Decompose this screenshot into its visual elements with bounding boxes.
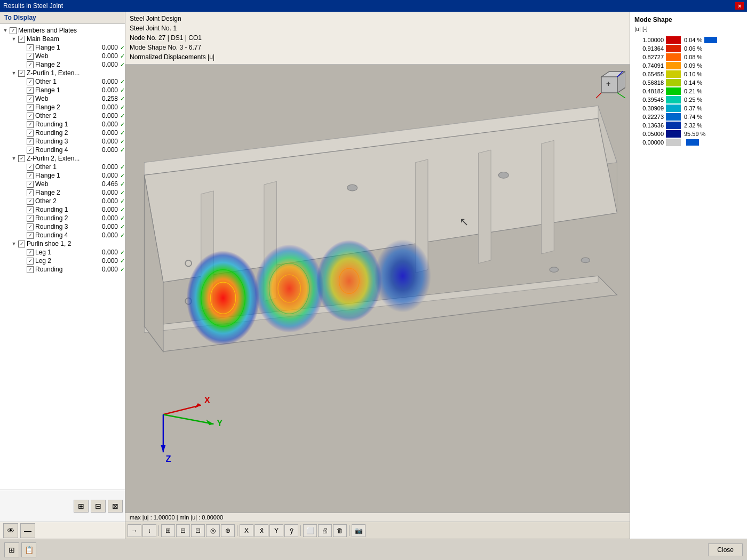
view-btn-7[interactable]: ⊕ [221,524,235,537]
render-btn-1[interactable]: ⬜ [303,524,317,537]
bottom-icon-2[interactable]: 📋 [21,542,36,557]
tree-label-members-plates: Members and Plates [18,27,125,34]
main-container: To Display ▼Members and Plates▼Main Beam… [0,12,747,539]
tree-item-other2-zp2[interactable]: Other 20.000✓ [0,197,125,205]
view-btn-4[interactable]: ⊟ [176,524,190,537]
tree-item-rounding1-zp2[interactable]: Rounding 10.000✓ [0,205,125,214]
tree-item-web-zp1[interactable]: Web0.258✓ [0,94,125,103]
checkbox-other1-zp2[interactable] [27,164,34,171]
tree-item-rounding4-zp2[interactable]: Rounding 40.000✓ [0,231,125,239]
checkbox-zpurlin2[interactable] [18,155,25,162]
tree-item-purlin-shoe[interactable]: ▼Purlin shoe 1, 2 [0,239,125,248]
tree-item-flange1-zp1[interactable]: Flange 10.000✓ [0,86,125,94]
close-button[interactable]: Close [708,543,743,556]
axis-yn-btn[interactable]: ȳ [284,524,298,537]
tree-item-rounding2-zp1[interactable]: Rounding 20.000✓ [0,129,125,137]
axis-xn-btn[interactable]: x̄ [255,524,268,537]
tree-item-rounding3-zp1[interactable]: Rounding 30.000✓ [0,137,125,146]
check-mark-rounding3-zp1: ✓ [120,138,125,145]
checkbox-rounding4-zp2[interactable] [27,232,34,239]
checkbox-flange2-zp1[interactable] [27,104,34,111]
checkbox-other1-zp1[interactable] [27,78,34,85]
tree-value-web-mb: 0.000 [97,52,118,60]
checkbox-rounding1-zp1[interactable] [27,121,34,128]
info-line-4: Mode Shape No. 3 - 6.77 [130,43,625,52]
checkbox-main-beam[interactable] [18,36,25,43]
tree-item-flange1-zp2[interactable]: Flange 10.000✓ [0,171,125,180]
checkbox-other2-zp1[interactable] [27,113,34,119]
tree-item-other2-zp1[interactable]: Other 20.000✓ [0,111,125,120]
tree-item-rounding4-zp1[interactable]: Rounding 40.000✓ [0,146,125,154]
checkbox-rounding3-zp1[interactable] [27,138,34,145]
tree-item-leg2-ps[interactable]: Leg 20.000✓ [0,257,125,265]
checkbox-rounding2-zp2[interactable] [27,215,34,222]
tree-item-other1-zp2[interactable]: Other 10.000✓ [0,163,125,171]
expand-icon[interactable]: ▼ [2,27,9,34]
tree-item-members-plates[interactable]: ▼Members and Plates [0,26,125,35]
checkbox-rounding3-zp2[interactable] [27,223,34,230]
axis-y-btn[interactable]: Y [269,524,283,537]
view-btn-2[interactable]: ↓ [142,524,156,537]
tree-item-rounding3-zp2[interactable]: Rounding 30.000✓ [0,222,125,231]
bottom-icon-1[interactable]: ⊞ [4,542,19,557]
expand-icon[interactable]: ▼ [11,155,17,162]
view-btn-3[interactable]: ⊞ [161,524,175,537]
reset-button[interactable]: ⊠ [108,500,123,513]
legend-bar-12 [686,139,699,146]
checkbox-web-zp1[interactable] [27,95,34,102]
collapse-all-button[interactable]: ⊟ [91,500,106,513]
check-mark-flange2-zp2: ✓ [120,189,125,196]
checkbox-purlin-shoe[interactable] [18,241,25,247]
tree-item-web-mb[interactable]: Web0.000✓ [0,52,125,60]
checkbox-rounding2-zp1[interactable] [27,130,34,137]
tree-container[interactable]: ▼Members and Plates▼Main BeamFlange 10.0… [0,24,125,490]
legend-row-5: 0.56818 0.14 % [634,79,743,86]
checkbox-rounding4-zp1[interactable] [27,147,34,154]
expand-icon[interactable]: ▼ [11,36,17,42]
expand-icon[interactable]: ▼ [11,70,17,76]
tree-item-web-zp2[interactable]: Web0.466✓ [0,180,125,188]
tree-item-flange1-mb[interactable]: Flange 10.000✓ [0,43,125,52]
checkbox-members-plates[interactable] [10,27,17,34]
view-btn-5[interactable]: ⊡ [191,524,205,537]
checkbox-flange2-mb[interactable] [27,61,34,68]
checkbox-flange1-zp2[interactable] [27,172,34,179]
checkbox-other2-zp2[interactable] [27,198,34,205]
legend-color-7 [666,96,681,103]
title-bar: Results in Steel Joint ✕ [0,0,747,12]
checkbox-rounding1-zp2[interactable] [27,206,34,213]
expand-all-button[interactable]: ⊞ [74,500,89,513]
window-close-button[interactable]: ✕ [735,2,744,10]
expand-icon[interactable]: ▼ [11,241,17,247]
checkbox-web-zp2[interactable] [27,181,34,188]
bottom-bar: ⊞ 📋 Close [0,539,747,560]
visibility-icon[interactable]: 👁 [3,523,18,538]
checkbox-web-mb[interactable] [27,53,34,60]
tree-item-leg1-ps[interactable]: Leg 10.000✓ [0,248,125,257]
checkbox-flange1-mb[interactable] [27,44,34,51]
axis-x-btn[interactable]: X [240,524,253,537]
checkbox-rounding-ps[interactable] [27,266,34,273]
tree-item-flange2-zp2[interactable]: Flange 20.000✓ [0,188,125,197]
screenshot-btn[interactable]: 📷 [352,524,365,537]
tree-item-flange2-zp1[interactable]: Flange 20.000✓ [0,103,125,111]
tree-item-other1-zp1[interactable]: Other 10.000✓ [0,77,125,86]
tree-item-flange2-mb[interactable]: Flange 20.000✓ [0,60,125,69]
cube-orientation-widget[interactable]: + [593,69,625,101]
checkbox-leg2-ps[interactable] [27,258,34,265]
checkbox-leg1-ps[interactable] [27,249,34,256]
render-btn-2[interactable]: 🖨 [318,524,332,537]
checkbox-flange1-zp1[interactable] [27,87,34,94]
tree-item-zpurlin2[interactable]: ▼Z-Purlin 2, Exten... [0,154,125,163]
checkbox-zpurlin1[interactable] [18,70,25,77]
tree-item-zpurlin1[interactable]: ▼Z-Purlin 1, Exten... [0,69,125,77]
tree-item-rounding2-zp2[interactable]: Rounding 20.000✓ [0,214,125,222]
tree-item-main-beam[interactable]: ▼Main Beam [0,35,125,43]
view-btn-6[interactable]: ◎ [206,524,220,537]
render-btn-3[interactable]: 🗑 [333,524,347,537]
tree-item-rounding1-zp1[interactable]: Rounding 10.000✓ [0,120,125,129]
checkbox-flange2-zp2[interactable] [27,189,34,196]
view-btn-1[interactable]: → [128,524,141,537]
viewport-3d[interactable]: X Y Z ↖ [125,65,630,513]
tree-item-rounding-ps[interactable]: Rounding0.000✓ [0,265,125,274]
